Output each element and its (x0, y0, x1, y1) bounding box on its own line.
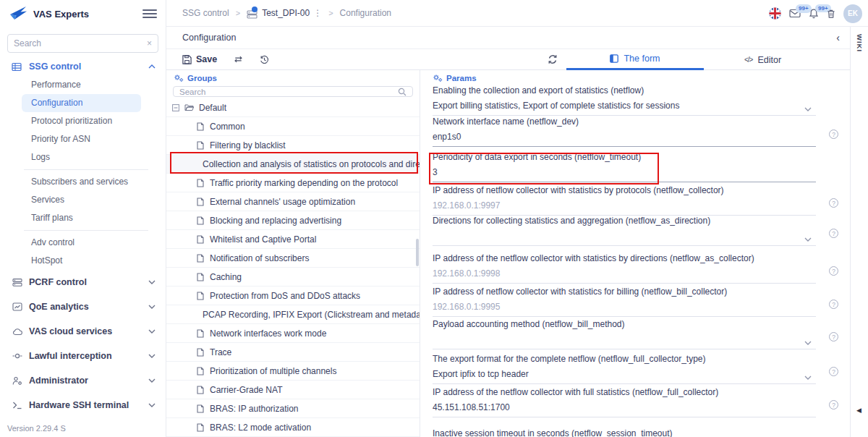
save-button[interactable]: Save (182, 54, 217, 64)
group-item[interactable]: Collection and analysis of statistics on… (166, 155, 420, 174)
help-icon[interactable]: ? (829, 198, 838, 208)
help-icon[interactable]: ? (829, 266, 838, 276)
help-icon[interactable]: ? (829, 130, 838, 139)
group-item[interactable]: External channels' usage optimization (166, 192, 420, 211)
folder-open-icon (184, 103, 194, 111)
collapse-panel-icon[interactable]: ‹ (836, 32, 840, 43)
param-input[interactable]: 3 (433, 167, 816, 179)
group-item[interactable]: Trace (166, 343, 420, 362)
rail-arrow-icon[interactable]: ◀ (856, 407, 861, 414)
param-input[interactable]: 192.168.0.1:9997 (433, 200, 816, 212)
sidebar-item-performance[interactable]: Performance (22, 76, 141, 94)
param-input[interactable]: 192.168.0.1:9998 (433, 268, 816, 280)
history-icon[interactable] (260, 55, 269, 64)
main-area: SSG control > Test_DPI-00 ⋮ > Configurat… (166, 0, 868, 437)
chevron-down-icon[interactable] (804, 376, 812, 380)
group-root-default[interactable]: Default (166, 98, 420, 117)
sidebar-item-tariff-plans[interactable]: Tariff plans (22, 209, 141, 227)
sidebar-section-vas-cloud-services[interactable]: VAS cloud services (0, 319, 166, 344)
sidebar-item-hotspot[interactable]: HotSpot (22, 252, 141, 270)
group-item[interactable]: Whitelist and Captive Portal (166, 230, 420, 249)
clear-icon[interactable]: × (147, 38, 152, 48)
group-item[interactable]: Prioritization of multiple channels (166, 362, 420, 381)
wiki-tab[interactable]: WIKI (856, 34, 864, 52)
menu-toggle-icon[interactable] (142, 7, 157, 20)
help-icon[interactable]: ? (829, 400, 838, 410)
chevron-down-icon[interactable] (804, 107, 812, 111)
groups-scrollbar-thumb[interactable] (416, 239, 419, 266)
sidebar-item-ssg-control[interactable]: SSG control (0, 57, 166, 76)
refresh-icon[interactable] (548, 54, 558, 64)
param-input[interactable]: 45.151.108.51:1700 (433, 402, 816, 414)
param-label: Directions for collecting statistics and… (433, 216, 710, 226)
param-field: Enabling the collection and export of st… (420, 86, 850, 116)
document-icon (197, 254, 204, 263)
search-icon (398, 88, 407, 96)
chevron-down-icon[interactable] (804, 237, 812, 242)
notifications-bell-icon[interactable]: 99+ (809, 9, 819, 19)
sidebar-item-configuration[interactable]: Configuration (22, 94, 141, 112)
param-label: IP address of the netflow collector with… (433, 387, 718, 397)
param-value: Export billing statistics, Export of com… (433, 101, 679, 111)
params-fields: Enabling the collection and export of st… (420, 86, 850, 437)
group-item[interactable]: BRAS: L2 mode activation (166, 418, 420, 437)
chevron-down-icon[interactable] (804, 341, 812, 345)
sidebar-search-input[interactable] (14, 38, 147, 48)
code-icon: </> (744, 56, 752, 64)
breadcrumb-root[interactable]: SSG control (182, 8, 229, 18)
tab-the-form[interactable]: The form (566, 49, 704, 70)
help-icon[interactable]: ? (829, 332, 838, 341)
group-item[interactable]: Common (166, 117, 420, 136)
collapse-minus-icon[interactable] (172, 104, 179, 111)
topbar: SSG control > Test_DPI-00 ⋮ > Configurat… (166, 0, 868, 27)
param-input[interactable]: Export ipfix to tcp header (433, 369, 816, 381)
help-icon[interactable]: ? (829, 367, 838, 376)
breadcrumb-device[interactable]: Test_DPI-00 (262, 8, 310, 18)
help-icon[interactable]: ? (829, 229, 838, 238)
messages-icon[interactable]: 99+ (789, 9, 801, 18)
group-item[interactable]: BRAS: IP authorization (166, 399, 420, 418)
param-input[interactable] (433, 334, 816, 346)
kebab-menu-icon[interactable]: ⋮ (313, 8, 322, 18)
sidebar-section-label: QoE analytics (29, 302, 148, 312)
group-item[interactable]: Network interfaces work mode (166, 324, 420, 343)
group-item[interactable]: Carrier-Grade NAT (166, 381, 420, 399)
group-item[interactable]: Filtering by blacklist (166, 136, 420, 155)
sidebar-item-adv-control[interactable]: Adv control (22, 234, 141, 252)
repeat-icon[interactable] (233, 55, 244, 64)
sidebar-item-logs[interactable]: Logs (22, 148, 141, 166)
param-value: 45.151.108.51:1700 (433, 402, 510, 412)
param-input[interactable]: 192.168.0.1:9995 (433, 302, 816, 313)
group-item[interactable]: Caching (166, 268, 420, 287)
param-input[interactable]: enp1s0 (433, 132, 816, 143)
document-icon (197, 141, 204, 150)
gears-icon (174, 74, 184, 82)
user-avatar[interactable]: EK (843, 4, 862, 23)
group-item[interactable]: PCAP Recording, IPFIX Export (Clickstrea… (166, 305, 420, 324)
language-flag-icon[interactable] (769, 7, 781, 20)
sidebar-section-hardware-ssh-terminal[interactable]: Hardware SSH terminal (0, 393, 166, 417)
sidebar-section-qoe-analytics[interactable]: QoE analytics (0, 294, 166, 319)
group-item[interactable]: Blocking and replacing advertising (166, 211, 420, 230)
sidebar-item-priority-for-asn[interactable]: Priority for ASN (22, 130, 141, 148)
sidebar-item-services[interactable]: Services (22, 191, 141, 209)
param-value: 3 (433, 167, 438, 177)
groups-header: Groups (166, 70, 420, 83)
trash-icon[interactable] (827, 9, 835, 19)
sidebar-section-pcrf-control[interactable]: PCRF control (0, 270, 166, 294)
page-title: Configuration (182, 33, 236, 43)
sidebar-section-administrator[interactable]: Administrator (0, 368, 166, 393)
sidebar-item-subscribers-and-services[interactable]: Subscribers and services (22, 173, 141, 191)
param-value: 192.168.0.1:9995 (433, 302, 500, 312)
sidebar-item-protocol-prioritization[interactable]: Protocol prioritization (22, 112, 141, 130)
param-input[interactable]: Export billing statistics, Export of com… (433, 101, 816, 112)
group-item[interactable]: Traffic priority marking depending on th… (166, 174, 420, 192)
sidebar-section-lawful-interception[interactable]: Lawful interception (0, 344, 166, 368)
group-item[interactable]: Protection from DoS and DDoS attacks (166, 287, 420, 305)
param-field: IP address of netflow collector with sta… (420, 284, 850, 317)
groups-search-input[interactable] (179, 88, 398, 96)
group-item[interactable]: Notification of subscribers (166, 249, 420, 268)
tab-editor[interactable]: </> Editor (744, 49, 781, 70)
param-input[interactable] (433, 231, 816, 242)
help-icon[interactable]: ? (829, 300, 838, 309)
